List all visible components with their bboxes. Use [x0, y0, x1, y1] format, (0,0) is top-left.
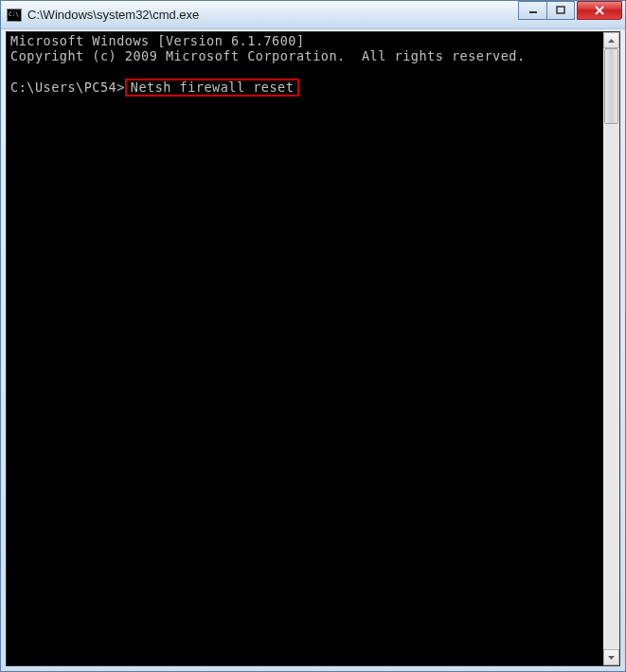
terminal-command: Netsh firewall reset: [131, 80, 295, 95]
titlebar[interactable]: C:\Windows\system32\cmd.exe: [1, 1, 625, 29]
minimize-button[interactable]: [518, 1, 546, 20]
vertical-scrollbar: [603, 32, 619, 665]
terminal-line-version: Microsoft Windows [Version 6.1.7600]: [10, 34, 616, 49]
close-icon: [594, 6, 605, 15]
scroll-up-button[interactable]: [603, 32, 619, 48]
terminal-area[interactable]: Microsoft Windows [Version 6.1.7600]Copy…: [6, 31, 620, 666]
terminal-blank-line: [10, 63, 616, 79]
cmd-icon: [7, 9, 22, 22]
maximize-icon: [556, 6, 565, 15]
scroll-track[interactable]: [603, 48, 619, 649]
chevron-up-icon: [608, 39, 615, 43]
svg-rect-0: [529, 11, 537, 13]
cmd-window: C:\Windows\system32\cmd.exe Microsoft Wi…: [0, 0, 626, 672]
command-highlight-box: Netsh firewall reset: [125, 79, 300, 97]
svg-rect-1: [557, 7, 564, 13]
window-controls: [518, 1, 622, 22]
close-button[interactable]: [577, 1, 622, 20]
terminal-prompt: C:\Users\PC54>: [10, 80, 125, 95]
terminal-line-copyright: Copyright (c) 2009 Microsoft Corporation…: [10, 49, 616, 64]
scroll-down-button[interactable]: [603, 649, 619, 665]
scroll-thumb[interactable]: [604, 48, 618, 124]
terminal-content: Microsoft Windows [Version 6.1.7600]Copy…: [7, 32, 619, 98]
maximize-button[interactable]: [546, 1, 575, 20]
chevron-down-icon: [608, 656, 615, 660]
minimize-icon: [528, 6, 538, 15]
